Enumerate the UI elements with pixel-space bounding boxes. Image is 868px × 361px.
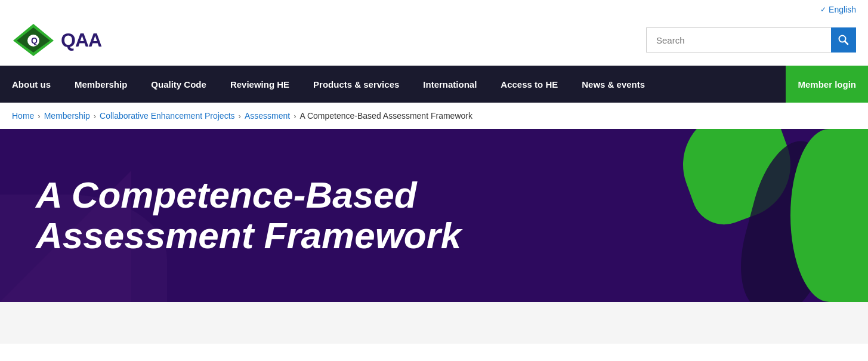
hero-banner: A Competence-Based Assessment Framework	[0, 129, 868, 302]
qaa-logo-icon: Q	[12, 23, 55, 57]
search-icon	[838, 35, 849, 45]
logo-area[interactable]: Q QAA	[12, 23, 101, 57]
nav-item-news-events[interactable]: News & events	[570, 66, 657, 103]
nav-bar: About us Membership Quality Code Reviewi…	[0, 66, 868, 103]
breadcrumb-home[interactable]: Home	[12, 111, 34, 121]
nav-item-member-login[interactable]: Member login	[786, 66, 868, 103]
nav-item-access-to-he[interactable]: Access to HE	[489, 66, 570, 103]
nav-item-quality-code[interactable]: Quality Code	[139, 66, 218, 103]
nav-item-membership[interactable]: Membership	[63, 66, 139, 103]
nav-item-reviewing-he[interactable]: Reviewing HE	[218, 66, 301, 103]
nav-item-international[interactable]: International	[411, 66, 489, 103]
breadcrumb-membership[interactable]: Membership	[44, 111, 90, 121]
hero-bg-shapes	[641, 129, 868, 302]
top-bar: ✓ English	[0, 0, 868, 17]
svg-line-5	[845, 41, 848, 44]
logo-text: QAA	[61, 29, 101, 51]
nav-item-products-services[interactable]: Products & services	[301, 66, 411, 103]
hero-content: A Competence-Based Assessment Framework	[0, 151, 497, 280]
breadcrumb-separator-1: ›	[38, 112, 40, 121]
breadcrumb-separator-4: ›	[294, 112, 296, 121]
breadcrumb-separator-2: ›	[94, 112, 96, 121]
hero-title-line2: Assessment Framework	[36, 215, 461, 256]
nav-item-about-us[interactable]: About us	[0, 66, 63, 103]
green-blob-decoration	[668, 129, 806, 233]
hero-title-line1: A Competence-Based	[36, 174, 417, 215]
breadcrumb-assessment[interactable]: Assessment	[245, 111, 290, 121]
breadcrumb-current: A Competence-Based Assessment Framework	[299, 111, 472, 121]
breadcrumb: Home › Membership › Collaborative Enhanc…	[0, 103, 868, 129]
svg-text:Q: Q	[31, 36, 38, 45]
search-area	[646, 27, 856, 53]
language-selector[interactable]: ✓ English	[820, 5, 856, 14]
breadcrumb-separator-3: ›	[239, 112, 241, 121]
chevron-down-icon: ✓	[820, 5, 826, 14]
breadcrumb-collaborative[interactable]: Collaborative Enhancement Projects	[100, 111, 234, 121]
hero-title: A Competence-Based Assessment Framework	[36, 175, 461, 256]
search-input[interactable]	[646, 27, 831, 53]
green-curve-decoration	[790, 129, 868, 302]
header: Q QAA	[0, 17, 868, 66]
dark-shape-decoration	[728, 133, 853, 302]
below-hero-section	[0, 302, 868, 344]
search-button[interactable]	[831, 27, 856, 53]
language-label: English	[829, 5, 856, 14]
